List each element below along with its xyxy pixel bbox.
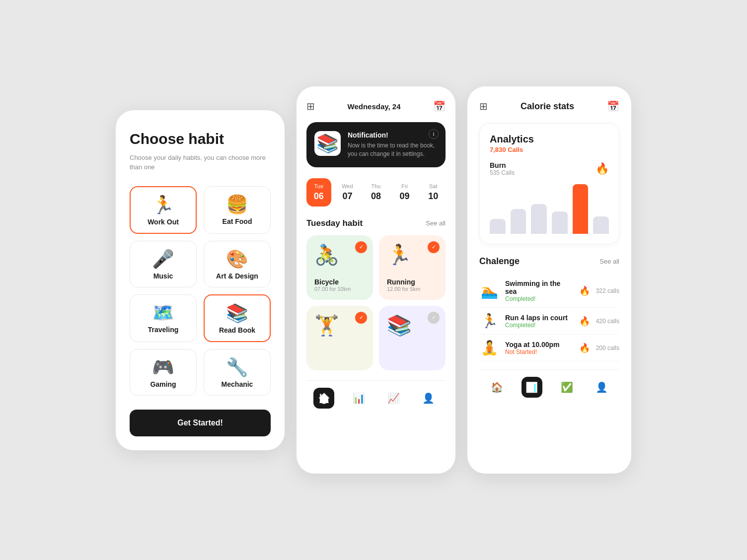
challenge-item[interactable]: 🏃 Run 4 laps in court Completed! 🔥 420 c… bbox=[479, 308, 619, 335]
challenge-status: Not Started! bbox=[505, 349, 573, 355]
nav-stats[interactable]: 📊 bbox=[348, 388, 369, 409]
bar-1 bbox=[511, 209, 526, 234]
activity-card-books[interactable]: ✓ 📚 bbox=[379, 306, 446, 370]
challenge-emoji: 🏊 bbox=[479, 283, 499, 299]
see-all-link[interactable]: See all bbox=[426, 219, 446, 227]
burn-fire-icon: 🔥 bbox=[596, 162, 609, 175]
habit-icon-music: 🎤 bbox=[152, 250, 174, 268]
nav3-home[interactable]: 🏠 bbox=[486, 377, 507, 398]
stats-cal-icon[interactable]: 📅 bbox=[607, 100, 619, 112]
activity-cards-grid: ✓ 🚴 Bicycle 07.00 for 10km ✓ 🏃 Running 1… bbox=[306, 235, 446, 370]
check-badge-weightlift: ✓ bbox=[355, 312, 367, 324]
stats-header: ⊞ Calorie stats 📅 bbox=[479, 100, 619, 112]
challenge-status: Completed! bbox=[505, 322, 573, 329]
grid-icon[interactable]: ⊞ bbox=[306, 100, 315, 112]
screen-habit-tracker: ⊞ Wednesday, 24 📅 📚 Notification! Now is… bbox=[297, 86, 455, 474]
bar-3 bbox=[552, 211, 568, 234]
day-item-wed[interactable]: Wed 07 bbox=[335, 178, 360, 207]
analytics-card: Analytics 7,830 Calls Burn 535 Calls 🔥 bbox=[479, 123, 619, 244]
habit-card-eat[interactable]: 🍔 Eat Food bbox=[204, 186, 271, 234]
day-name: Thu bbox=[372, 183, 381, 189]
habit-card-mechanic[interactable]: 🔧 Mechanic bbox=[204, 349, 271, 396]
habit-icon-readbook: 📚 bbox=[226, 304, 248, 322]
day-item-tue[interactable]: Tue 06 bbox=[306, 178, 331, 207]
burn-label: Burn bbox=[490, 161, 592, 169]
day-name: Sat bbox=[429, 183, 438, 189]
challenge-header: Chalenge See all bbox=[479, 256, 619, 267]
get-started-button[interactable]: Get Started! bbox=[130, 410, 271, 436]
day-item-sat[interactable]: Sat 10 bbox=[421, 178, 446, 207]
habit-label-music: Music bbox=[153, 272, 173, 280]
nav3-check[interactable]: ✅ bbox=[556, 377, 577, 398]
challenge-status: Completed! bbox=[505, 295, 573, 302]
habit-card-gaming[interactable]: 🎮 Gaming bbox=[130, 349, 197, 396]
day-num: 07 bbox=[342, 191, 352, 202]
notif-title: Notification! bbox=[348, 131, 438, 139]
habit-card-traveling[interactable]: 🗺️ Traveling bbox=[130, 294, 197, 342]
habit-label-traveling: Traveling bbox=[148, 326, 178, 334]
nav-profile[interactable]: 👤 bbox=[418, 388, 439, 409]
nav3-stats[interactable]: 📊 bbox=[522, 377, 542, 398]
burn-calls: 535 Calls bbox=[490, 169, 592, 176]
challenge-emoji: 🧘 bbox=[479, 340, 499, 356]
bottom-nav-2: 🏠 📊 📈 👤 bbox=[306, 380, 446, 418]
activity-detail-bicycle: 07.00 for 10km bbox=[314, 286, 365, 292]
challenge-item[interactable]: 🧘 Yoga at 10.00pm Not Started! 🔥 200 cal… bbox=[479, 335, 619, 361]
habit-card-music[interactable]: 🎤 Music bbox=[130, 241, 197, 287]
notif-content: Notification! Now is the time to read th… bbox=[348, 131, 438, 158]
activity-card-bicycle[interactable]: ✓ 🚴 Bicycle 07.00 for 10km bbox=[306, 235, 373, 300]
days-row: Tue 06 Wed 07 Thu 08 Fri 09 Sat 10 bbox=[306, 178, 446, 207]
nav-home[interactable]: 🏠 bbox=[313, 388, 334, 409]
habit-card-workout[interactable]: 🏃 Work Out bbox=[130, 186, 197, 234]
habit-icon-mechanic: 🔧 bbox=[226, 358, 248, 376]
analytics-calls: 7,830 Calls bbox=[490, 146, 609, 153]
habit-label-workout: Work Out bbox=[148, 218, 179, 226]
check-badge-books: ✓ bbox=[428, 312, 440, 324]
bar-5 bbox=[593, 216, 609, 234]
challenge-calls: 322 calls bbox=[596, 287, 619, 294]
challenge-title: Chalenge bbox=[479, 256, 520, 267]
bar-chart bbox=[490, 184, 609, 234]
habit-label-artdesign: Art & Design bbox=[216, 272, 258, 280]
choose-habit-title: Choose habit bbox=[130, 130, 271, 148]
day-num: 10 bbox=[428, 191, 438, 202]
section-title: Tuesday habit bbox=[306, 218, 363, 228]
challenge-emoji: 🏃 bbox=[479, 313, 499, 329]
habit-icon-eat: 🍔 bbox=[226, 196, 248, 213]
day-item-fri[interactable]: Fri 09 bbox=[392, 178, 417, 207]
habit-card-readbook[interactable]: 📚 Read Book bbox=[204, 294, 271, 342]
challenge-fire-icon: 🔥 bbox=[579, 343, 590, 353]
day-name: Wed bbox=[342, 183, 353, 189]
choose-habit-subtitle: Choose your daily habits, you can choose… bbox=[130, 153, 271, 172]
tracker-date: Wednesday, 24 bbox=[348, 102, 401, 111]
habits-grid: 🏃 Work Out 🍔 Eat Food 🎤 Music 🎨 Art & De… bbox=[130, 186, 271, 396]
screen-choose-habit: Choose habit Choose your daily habits, y… bbox=[116, 110, 285, 450]
challenge-see-all[interactable]: See all bbox=[599, 258, 619, 265]
bottom-nav-3: 🏠 📊 ✅ 👤 bbox=[479, 369, 619, 400]
day-item-thu[interactable]: Thu 08 bbox=[364, 178, 388, 207]
day-name: Tue bbox=[314, 183, 324, 189]
nav-trends[interactable]: 📈 bbox=[383, 388, 404, 409]
day-name: Fri bbox=[401, 183, 408, 189]
habit-icon-artdesign: 🎨 bbox=[226, 250, 248, 268]
check-badge-running: ✓ bbox=[428, 241, 440, 253]
nav3-profile[interactable]: 👤 bbox=[592, 377, 612, 398]
calendar-icon[interactable]: 📅 bbox=[433, 100, 446, 112]
challenge-list: 🏊 Swimming in the sea Completed! 🔥 322 c… bbox=[479, 275, 619, 361]
challenge-info: Run 4 laps in court Completed! bbox=[505, 314, 573, 329]
activity-name-running: Running bbox=[387, 278, 438, 286]
notif-emoji: 📚 bbox=[314, 131, 341, 156]
habit-card-artdesign[interactable]: 🎨 Art & Design bbox=[204, 241, 271, 287]
stats-grid-icon[interactable]: ⊞ bbox=[479, 100, 488, 112]
activity-card-weightlift[interactable]: ✓ 🏋️ bbox=[306, 306, 373, 370]
activity-detail-running: 12.00 for 5km bbox=[387, 286, 438, 292]
challenge-info: Swimming in the sea Completed! bbox=[505, 280, 573, 302]
tracker-header: ⊞ Wednesday, 24 📅 bbox=[306, 100, 446, 112]
challenge-item[interactable]: 🏊 Swimming in the sea Completed! 🔥 322 c… bbox=[479, 275, 619, 308]
activity-card-running[interactable]: ✓ 🏃 Running 12.00 for 5km bbox=[379, 235, 446, 300]
analytics-title: Analytics bbox=[490, 134, 609, 145]
notif-info-icon[interactable]: i bbox=[429, 129, 439, 139]
screen-calorie-stats: ⊞ Calorie stats 📅 Analytics 7,830 Calls … bbox=[467, 86, 631, 474]
habit-label-mechanic: Mechanic bbox=[222, 380, 253, 388]
challenge-calls: 420 calls bbox=[596, 318, 619, 325]
